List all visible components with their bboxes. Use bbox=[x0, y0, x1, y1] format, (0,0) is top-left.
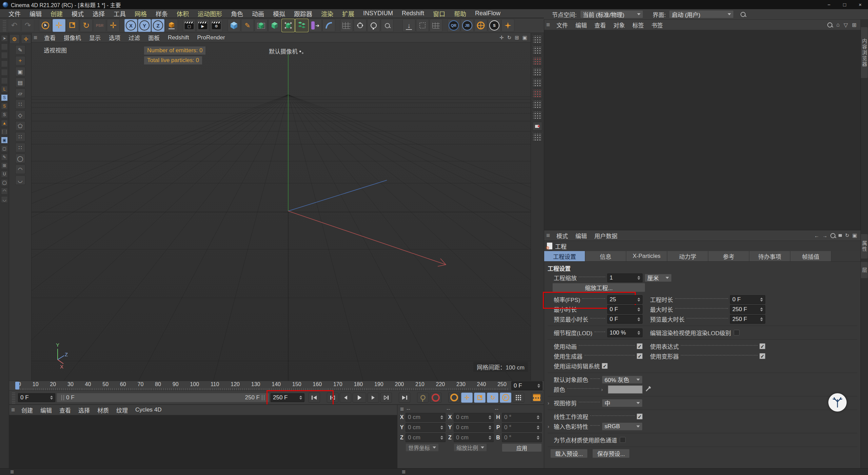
palette-grip[interactable] bbox=[3, 20, 6, 31]
coordinate-mode-dropdown[interactable]: 世界坐标 bbox=[406, 443, 439, 452]
model-mode-icon[interactable]: ▣ bbox=[15, 67, 25, 76]
menu-item[interactable]: 创建 bbox=[46, 9, 67, 18]
range-end-field[interactable]: 250 F bbox=[271, 393, 304, 402]
materials-menu-item[interactable]: 材质 bbox=[94, 406, 113, 414]
xparticles-tool-icon[interactable] bbox=[533, 68, 542, 76]
fire-particles-icon[interactable]: ▲ bbox=[1, 120, 8, 127]
minimize-button[interactable]: − bbox=[821, 0, 837, 9]
menu-item[interactable]: 选择 bbox=[88, 9, 109, 18]
deformer-button[interactable]: ➔ bbox=[309, 19, 322, 32]
use-generators-checkbox[interactable]: ✓ bbox=[637, 353, 643, 359]
lock-y-axis-button[interactable]: Y bbox=[138, 19, 151, 32]
search-icon[interactable] bbox=[830, 233, 835, 238]
viewport-menu-item[interactable]: 显示 bbox=[85, 33, 105, 42]
viewport-menu-item[interactable]: 过滤 bbox=[124, 33, 144, 42]
render-lod-checkbox[interactable] bbox=[734, 330, 739, 336]
circle-palette-icon[interactable]: ◯ bbox=[15, 154, 25, 163]
grid-array-button[interactable] bbox=[430, 19, 442, 32]
menu-item[interactable]: 模式 bbox=[67, 9, 88, 18]
use-motion-system-checkbox[interactable]: ✓ bbox=[602, 363, 608, 369]
menu-item[interactable]: 动画 bbox=[248, 9, 269, 18]
menu-item[interactable]: INSYDIUM bbox=[359, 10, 397, 17]
materials-menu-item[interactable]: 纹理 bbox=[113, 406, 132, 414]
attribute-tab[interactable]: 动力学 bbox=[667, 251, 708, 261]
dots-palette-icon[interactable]: ∷ bbox=[15, 132, 25, 141]
use-deformers-checkbox[interactable]: ✓ bbox=[760, 353, 765, 359]
download-content-button[interactable]: ↓ bbox=[402, 19, 415, 32]
attribute-tab[interactable]: 信息 bbox=[585, 251, 626, 261]
key-scale-toggle[interactable] bbox=[474, 393, 486, 403]
min-time-field[interactable]: 0 F bbox=[607, 305, 643, 314]
cube-icon[interactable]: ▢ bbox=[1, 145, 8, 152]
menu-item[interactable]: 窗口 bbox=[429, 9, 450, 18]
rotation-b-field[interactable]: 0 ° bbox=[502, 433, 542, 442]
xparticles-tool-icon[interactable] bbox=[533, 46, 542, 55]
menu-item[interactable]: 工具 bbox=[109, 9, 130, 18]
next-key-button[interactable] bbox=[380, 393, 392, 403]
close-button[interactable]: × bbox=[852, 0, 868, 9]
xparticles-tool-icon[interactable] bbox=[533, 133, 542, 141]
project-scale-field[interactable]: 1 bbox=[607, 273, 643, 282]
maximize-button[interactable]: □ bbox=[837, 0, 852, 9]
input-color-profile-dropdown[interactable]: sRGB bbox=[602, 422, 643, 431]
menu-item[interactable]: 体积 bbox=[172, 9, 193, 18]
magnifier-scene-button[interactable] bbox=[381, 19, 394, 32]
fps-field[interactable]: 25 bbox=[607, 295, 643, 304]
lasso-icon[interactable]: ◡ bbox=[1, 196, 8, 203]
qr-plugin-button[interactable]: QR bbox=[447, 19, 460, 32]
attribute-tab[interactable]: 参考 bbox=[708, 251, 749, 261]
materials-menu-item[interactable]: 查看 bbox=[56, 406, 75, 414]
play-button[interactable] bbox=[353, 393, 366, 403]
camera-label[interactable]: 默认摄像机 bbox=[269, 47, 303, 55]
camera-widget-icon[interactable] bbox=[299, 51, 303, 54]
gear-icon[interactable]: ⚙ bbox=[9, 34, 20, 44]
selection-cursor-icon[interactable]: ➤ bbox=[1, 35, 8, 42]
undo-button[interactable]: ↶ bbox=[8, 19, 21, 32]
arc-palette-icon[interactable]: ◡ bbox=[15, 175, 25, 185]
viewport-menu-item[interactable]: Redshift bbox=[164, 34, 193, 41]
rotation-p-field[interactable]: 0 ° bbox=[502, 423, 542, 432]
menu-item[interactable]: 跟踪器 bbox=[290, 9, 317, 18]
menu-item[interactable]: 模拟 bbox=[269, 9, 290, 18]
spline-pen-tool[interactable]: ✎ bbox=[241, 19, 254, 32]
ruler-frame-field[interactable]: 0 F bbox=[511, 381, 542, 390]
spline-arc-button[interactable] bbox=[322, 19, 335, 32]
hamburger-icon[interactable]: ≡ bbox=[8, 468, 17, 475]
move-cross-icon[interactable]: ✛ bbox=[21, 34, 31, 44]
playback-range-button[interactable] bbox=[531, 393, 542, 403]
slider-grip[interactable] bbox=[61, 395, 64, 400]
scale-y-field[interactable]: 0 cm bbox=[454, 423, 494, 432]
search-icon[interactable] bbox=[827, 22, 832, 27]
lock-icon[interactable] bbox=[839, 234, 842, 237]
slider-grip[interactable] bbox=[262, 395, 264, 400]
menu-item[interactable]: 角色 bbox=[226, 9, 248, 18]
array-table-button[interactable] bbox=[340, 19, 353, 32]
solo-hierarchy-icon[interactable]: S bbox=[1, 111, 8, 118]
color-swatch[interactable] bbox=[608, 385, 643, 394]
record-keyframe-button[interactable] bbox=[417, 393, 429, 403]
scale-project-button[interactable]: 缩放工程... bbox=[552, 283, 645, 292]
attribute-tab[interactable]: 帧插值 bbox=[790, 251, 831, 261]
add-icon[interactable]: ⊞ bbox=[852, 22, 856, 28]
render-picture-viewer-button[interactable]: ▶ bbox=[196, 19, 209, 32]
attribute-tab[interactable]: 待办事项 bbox=[749, 251, 790, 261]
object-manager-menu-item[interactable]: 对象 bbox=[610, 21, 629, 29]
magnet-snap-icon[interactable]: U bbox=[1, 171, 8, 177]
object-list-empty[interactable] bbox=[544, 30, 861, 230]
keyframe-selection-button[interactable] bbox=[448, 393, 460, 403]
xparticles-tool-icon[interactable] bbox=[533, 35, 542, 44]
viewport-menu-item[interactable]: ProRender bbox=[193, 34, 229, 41]
history-forward-icon[interactable]: → bbox=[822, 233, 827, 239]
move-tool[interactable]: ✛ bbox=[53, 19, 65, 32]
compass-plugin-button[interactable] bbox=[474, 19, 487, 32]
cloner-object-button[interactable] bbox=[295, 19, 308, 32]
position-z-field[interactable]: 0 cm bbox=[406, 433, 446, 442]
light-button[interactable] bbox=[367, 19, 380, 32]
load-preset-button[interactable]: 载入预设... bbox=[550, 449, 588, 458]
grid-icon[interactable]: ⊞ bbox=[1, 162, 8, 169]
filter-icon[interactable]: ▽ bbox=[844, 22, 848, 28]
palette-icon[interactable] bbox=[1, 52, 8, 59]
use-animation-checkbox[interactable]: ✓ bbox=[637, 343, 643, 349]
palette-icon[interactable] bbox=[1, 60, 8, 67]
object-manager-menu-item[interactable]: 编辑 bbox=[572, 21, 591, 29]
